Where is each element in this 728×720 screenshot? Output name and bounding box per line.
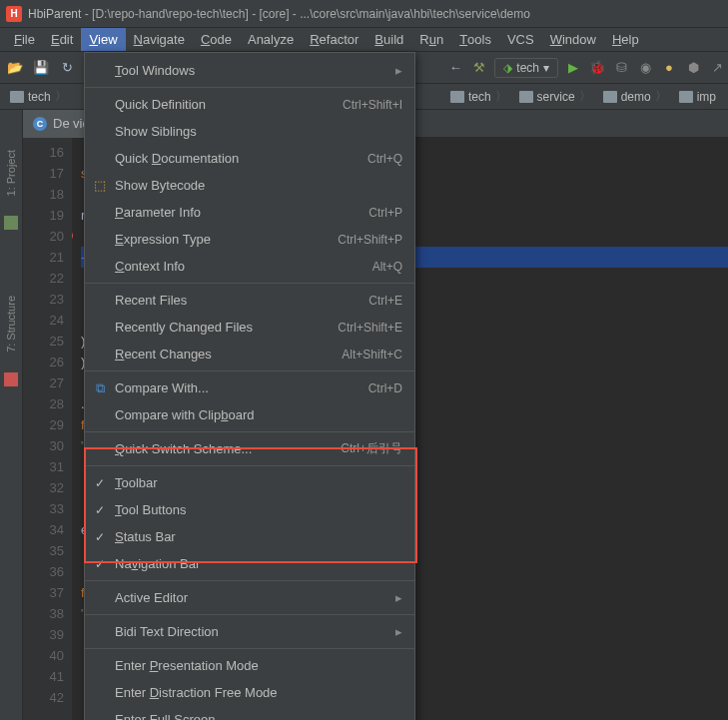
line-number: 22 bbox=[23, 268, 64, 289]
menu-item-recent-files[interactable]: Recent FilesCtrl+E bbox=[85, 287, 414, 314]
menu-navigate[interactable]: Navigate bbox=[126, 28, 193, 51]
menu-item-recent-changes[interactable]: Recent ChangesAlt+Shift+C bbox=[85, 341, 414, 367]
menu-separator bbox=[85, 580, 414, 581]
sidebar-tab-project[interactable]: 1: Project bbox=[3, 146, 19, 200]
menu-item-quick-documentation[interactable]: Quick DocumentationCtrl+Q bbox=[85, 145, 414, 172]
folder-icon bbox=[603, 91, 617, 103]
debug-icon[interactable]: 🐞 bbox=[588, 59, 606, 77]
menu-build[interactable]: Build bbox=[366, 28, 411, 51]
profile-icon[interactable]: ◉ bbox=[636, 59, 654, 77]
menu-item-bidi-text-direction[interactable]: Bidi Text Direction▸ bbox=[85, 618, 414, 645]
menu-item-quick-definition[interactable]: Quick DefinitionCtrl+Shift+I bbox=[85, 91, 414, 118]
menu-item-status-bar[interactable]: Status Bar bbox=[85, 523, 414, 550]
line-number: 23 bbox=[23, 289, 64, 310]
breadcrumb-item[interactable]: tech bbox=[446, 86, 515, 108]
line-number: 25 bbox=[23, 331, 64, 352]
line-number: 28 bbox=[23, 393, 64, 414]
menu-item-navigation-bar[interactable]: Navigation Bar bbox=[85, 550, 414, 577]
run-config-selector[interactable]: ⬗tech▾ bbox=[494, 58, 558, 78]
menu-run[interactable]: Run bbox=[411, 28, 451, 51]
left-tool-strip: 1: Project 7: Structure bbox=[0, 110, 23, 720]
attach-icon[interactable]: ⬢ bbox=[684, 59, 702, 77]
check-icon bbox=[93, 503, 107, 517]
back-icon[interactable]: ← bbox=[446, 59, 464, 77]
menu-item-enter-distraction-free-mode[interactable]: Enter Distraction Free Mode bbox=[85, 679, 414, 706]
line-number: 30 bbox=[23, 435, 64, 456]
line-number: 31 bbox=[23, 456, 64, 477]
menu-help[interactable]: Help bbox=[604, 28, 647, 51]
menu-edit[interactable]: Edit bbox=[43, 28, 81, 51]
structure-icon[interactable] bbox=[4, 372, 18, 386]
line-number: 29 bbox=[23, 414, 64, 435]
hammer-icon[interactable]: ⚒ bbox=[470, 59, 488, 77]
menu-item-expression-type[interactable]: Expression TypeCtrl+Shift+P bbox=[85, 226, 414, 253]
breadcrumb-item[interactable]: tech bbox=[6, 86, 75, 108]
menu-item-toolbar[interactable]: Toolbar bbox=[85, 469, 414, 496]
menu-item-compare-with-[interactable]: ⧉Compare With...Ctrl+D bbox=[85, 374, 414, 401]
menu-tools[interactable]: Tools bbox=[451, 28, 499, 51]
menu-item-enter-presentation-mode[interactable]: Enter Presentation Mode bbox=[85, 652, 414, 679]
menu-vcs[interactable]: VCS bbox=[499, 28, 542, 51]
line-number: 21 bbox=[23, 247, 64, 268]
git-icon[interactable]: ↗ bbox=[708, 59, 726, 77]
menu-file[interactable]: File bbox=[6, 28, 43, 51]
menu-item-show-siblings[interactable]: Show Siblings bbox=[85, 118, 414, 145]
menu-item-parameter-info[interactable]: Parameter InfoCtrl+P bbox=[85, 199, 414, 226]
menu-view[interactable]: View bbox=[81, 28, 125, 51]
line-number: 17 bbox=[23, 163, 64, 184]
line-number: 20 bbox=[23, 226, 64, 247]
menu-code[interactable]: Code bbox=[193, 28, 240, 51]
menu-item-enter-full-screen[interactable]: Enter Full Screen bbox=[85, 706, 414, 720]
menu-separator bbox=[85, 431, 414, 432]
menu-bar: FileEditViewNavigateCodeAnalyzeRefactorB… bbox=[0, 28, 728, 52]
coverage-icon[interactable]: ⛁ bbox=[612, 59, 630, 77]
class-icon: C bbox=[33, 117, 47, 131]
stop-icon[interactable]: ● bbox=[660, 59, 678, 77]
menu-item-quick-switch-scheme-[interactable]: Quick Switch Scheme...Ctrl+后引号 bbox=[85, 435, 414, 462]
folder-icon bbox=[10, 91, 24, 103]
line-number: 38 bbox=[23, 603, 64, 624]
menu-separator bbox=[85, 465, 414, 466]
menu-refactor[interactable]: Refactor bbox=[302, 28, 366, 51]
folder-icon bbox=[679, 91, 693, 103]
menu-separator bbox=[85, 648, 414, 649]
line-number: 41 bbox=[23, 666, 64, 687]
open-icon[interactable]: 📂 bbox=[6, 59, 24, 77]
check-icon bbox=[93, 557, 107, 571]
project-icon[interactable] bbox=[4, 216, 18, 230]
line-number: 42 bbox=[23, 687, 64, 708]
breadcrumb-item[interactable]: service bbox=[515, 86, 599, 108]
view-menu-dropdown: Tool Windows▸Quick DefinitionCtrl+Shift+… bbox=[84, 52, 415, 720]
diff-icon: ⧉ bbox=[93, 381, 107, 395]
refresh-icon[interactable]: ↻ bbox=[58, 59, 76, 77]
menu-window[interactable]: Window bbox=[542, 28, 604, 51]
save-all-icon[interactable]: 💾 bbox=[32, 59, 50, 77]
menu-separator bbox=[85, 87, 414, 88]
breadcrumb-item[interactable]: demo bbox=[599, 86, 675, 108]
menu-separator bbox=[85, 614, 414, 615]
line-number: 24 bbox=[23, 310, 64, 331]
check-icon bbox=[93, 476, 107, 490]
menu-item-active-editor[interactable]: Active Editor▸ bbox=[85, 584, 414, 611]
menu-analyze[interactable]: Analyze bbox=[240, 28, 302, 51]
run-icon[interactable]: ▶ bbox=[564, 59, 582, 77]
menu-item-show-bytecode[interactable]: ⬚Show Bytecode bbox=[85, 172, 414, 199]
breadcrumb-item[interactable]: imp bbox=[675, 86, 728, 108]
line-number: 36 bbox=[23, 561, 64, 582]
line-number: 16 bbox=[23, 142, 64, 163]
menu-item-compare-with-clipboard[interactable]: Compare with Clipboard bbox=[85, 401, 414, 428]
line-number: 35 bbox=[23, 540, 64, 561]
menu-item-tool-windows[interactable]: Tool Windows▸ bbox=[85, 57, 414, 84]
line-number: 37 bbox=[23, 582, 64, 603]
menu-item-tool-buttons[interactable]: Tool Buttons bbox=[85, 496, 414, 523]
menu-separator bbox=[85, 283, 414, 284]
sidebar-tab-structure[interactable]: 7: Structure bbox=[3, 292, 19, 357]
menu-separator bbox=[85, 370, 414, 371]
editor-tab[interactable]: C De bbox=[23, 110, 80, 138]
bytecode-icon: ⬚ bbox=[93, 179, 107, 193]
line-number: 32 bbox=[23, 477, 64, 498]
line-number: 18 bbox=[23, 184, 64, 205]
menu-item-context-info[interactable]: Context InfoAlt+Q bbox=[85, 253, 414, 280]
folder-icon bbox=[450, 91, 464, 103]
menu-item-recently-changed-files[interactable]: Recently Changed FilesCtrl+Shift+E bbox=[85, 314, 414, 341]
